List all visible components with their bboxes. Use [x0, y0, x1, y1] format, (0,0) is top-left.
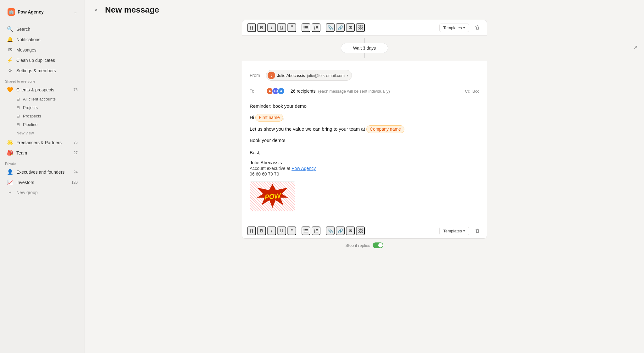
clients-count: 76 [74, 88, 78, 92]
signature-title: Account executive at Pow Agency [250, 166, 479, 171]
sidebar-item-cleanup[interactable]: ⚡ Clean up duplicates [2, 55, 83, 65]
sidebar-item-clients[interactable]: 🧡 Clients & prospects 76 [2, 85, 83, 95]
bottom-templates-label: Templates [443, 229, 462, 233]
connector-line-top [364, 38, 365, 43]
grid-icon: ⊞ [16, 97, 20, 101]
new-view-button[interactable]: New view [2, 129, 83, 137]
sidebar-item-team[interactable]: 🎒 Team 27 [2, 148, 83, 158]
svg-rect-5 [305, 29, 308, 29]
sender-email: julie@folk-email.com [307, 73, 345, 78]
toolbar-separator-1 [299, 24, 299, 31]
page-header: × New message [85, 0, 644, 20]
svg-rect-7 [316, 26, 318, 27]
bell-icon: 🔔 [7, 36, 13, 42]
sidebar-item-prospects[interactable]: ⊞ Prospects [2, 112, 83, 120]
freelancers-label: Freelancers & Partners [16, 140, 70, 145]
team-label: Team [16, 150, 70, 155]
svg-text:3.: 3. [314, 28, 315, 30]
templates-button[interactable]: Templates ▾ [439, 24, 469, 32]
email-content[interactable]: Reminder: book your demo Hi First name, … [250, 98, 479, 216]
email-button[interactable]: ✉ [346, 23, 355, 32]
signature-phone: 06 60 60 70 70 [250, 171, 479, 176]
svg-rect-17 [305, 232, 308, 232]
svg-rect-21 [316, 231, 318, 231]
top-toolbar: {} B I U " 1.2.3. 📎 🔗 ✉ 🖼 Temp [242, 20, 487, 35]
new-group-button[interactable]: + New group [2, 188, 83, 197]
projects-label: Projects [23, 105, 78, 110]
bcc-button[interactable]: Bcc [472, 89, 479, 94]
bottom-link-button[interactable]: 🔗 [336, 226, 345, 235]
signature-company-link[interactable]: Pow Agency [291, 166, 316, 171]
stop-replies-toggle[interactable] [373, 242, 383, 248]
company-variable[interactable]: Company name [366, 125, 404, 133]
sender-dropdown[interactable]: J Julie Abecassis julie@folk-email.com ▾ [266, 70, 352, 81]
templates-chevron-icon: ▾ [463, 26, 465, 30]
sidebar-item-settings[interactable]: ⚙ Settings & members [2, 66, 83, 75]
bottom-code-button[interactable]: {} [247, 226, 256, 235]
bullet-list-button[interactable] [302, 23, 310, 32]
bottom-templates-button[interactable]: Templates ▾ [439, 227, 469, 235]
bottom-quote-button[interactable]: " [287, 226, 296, 235]
bottom-templates-chevron: ▾ [463, 229, 465, 233]
sidebar-item-messages[interactable]: ✉ Messages [2, 45, 83, 55]
italic-button[interactable]: I [267, 23, 276, 32]
executives-count: 24 [74, 170, 78, 174]
bottom-ordered-button[interactable]: 1.2.3. [312, 226, 320, 235]
bottom-bullet-button[interactable] [302, 226, 310, 235]
email-body: From J Julie Abecassis julie@folk-email.… [242, 61, 487, 223]
bottom-email-button[interactable]: ✉ [346, 226, 355, 235]
image-button[interactable]: 🖼 [356, 23, 365, 32]
svg-point-16 [304, 232, 305, 233]
sidebar-item-search[interactable]: 🔍 Search [2, 24, 83, 34]
sender-name: Julie Abecassis [277, 73, 305, 78]
cc-button[interactable]: Cc [465, 89, 470, 94]
wait-minus-button[interactable]: − [341, 43, 351, 53]
sidebar-item-all-client-accounts[interactable]: ⊞ All client accounts [2, 95, 83, 103]
to-label: To [250, 89, 262, 94]
templates-label: Templates [443, 25, 462, 30]
sidebar-item-investors[interactable]: 📈 Investors 120 [2, 177, 83, 187]
ordered-list-button[interactable]: 1.2.3. [312, 23, 320, 32]
quote-button[interactable]: " [287, 23, 296, 32]
private-section-title: Private [0, 158, 85, 167]
underline-button[interactable]: U [277, 23, 286, 32]
firstname-variable[interactable]: First name [255, 114, 283, 122]
code-button[interactable]: {} [247, 23, 256, 32]
workspace-header[interactable]: 🏢 Pow Agency ⌄ [5, 6, 80, 18]
close-button[interactable]: × [92, 6, 100, 14]
message-icon: ✉ [7, 47, 13, 53]
sidebar: 🏢 Pow Agency ⌄ 🔍 Search 🔔 Notifications … [0, 0, 85, 353]
prospects-icon: ⊞ [16, 114, 20, 118]
attach-button[interactable]: 📎 [326, 23, 335, 32]
sidebar-item-executives[interactable]: 👤 Executives and founders 24 [2, 167, 83, 177]
all-client-accounts-label: All client accounts [23, 97, 78, 101]
bold-button[interactable]: B [257, 23, 266, 32]
toolbar-separator-2 [323, 24, 323, 31]
sidebar-item-notifications[interactable]: 🔔 Notifications [2, 35, 83, 44]
sidebar-item-freelancers[interactable]: 🌟 Freelancers & Partners 75 [2, 138, 83, 147]
stop-replies-label: Stop if replies [346, 243, 370, 248]
link-button[interactable]: 🔗 [336, 23, 345, 32]
recipients-count: 26 recipients [291, 89, 315, 94]
wait-suffix: days [365, 46, 376, 51]
team-count: 27 [74, 151, 78, 155]
workspace-chevron-icon: ⌄ [74, 10, 77, 14]
wait-prefix: Wait [353, 46, 363, 51]
recipients-avatars: A G A [266, 87, 285, 95]
bottom-underline-button[interactable]: U [277, 226, 286, 235]
bottom-image-button[interactable]: 🖼 [356, 226, 365, 235]
svg-point-14 [304, 231, 305, 231]
bottom-italic-button[interactable]: I [267, 226, 276, 235]
bottom-toolbar: {} B I U " 1.2.3. 📎 🔗 ✉ 🖼 Temp [242, 223, 487, 239]
wait-days: 3 [363, 46, 365, 51]
bottom-bold-button[interactable]: B [257, 226, 266, 235]
shared-section-title: Shared to everyone [0, 76, 85, 84]
bottom-delete-button[interactable]: 🗑 [473, 226, 482, 235]
clients-label: Clients & prospects [16, 87, 70, 92]
svg-point-2 [304, 27, 305, 28]
sidebar-item-projects[interactable]: ⊞ Projects [2, 104, 83, 111]
bottom-attach-button[interactable]: 📎 [326, 226, 335, 235]
wait-plus-button[interactable]: + [378, 43, 388, 53]
delete-button[interactable]: 🗑 [473, 23, 482, 32]
sidebar-item-pipeline[interactable]: ⊞ Pipeline [2, 121, 83, 128]
